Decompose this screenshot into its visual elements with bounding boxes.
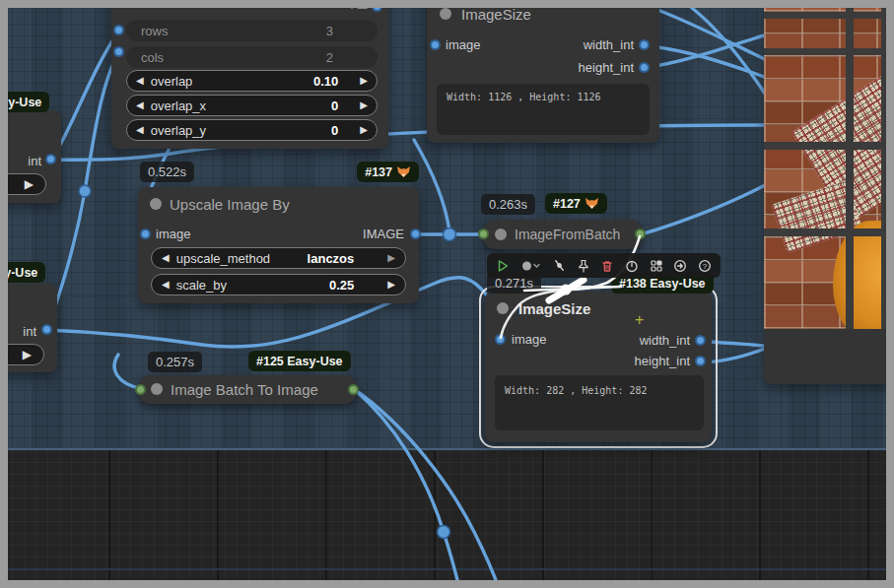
run-icon[interactable] — [492, 255, 514, 276]
node-title: ImageFromBatch — [515, 227, 620, 243]
widget-scale-by[interactable]: ◀ scale_by 0.25 ▶ — [151, 274, 406, 295]
decrement-icon[interactable]: ◀ — [162, 280, 170, 290]
node-image-preview[interactable] — [764, 2, 894, 384]
decrement-icon[interactable]: ◀ — [136, 100, 144, 110]
node-image-from-batch[interactable]: 0.263s #127 ImageFromBatch — [483, 220, 643, 249]
help-icon[interactable]: ? — [694, 255, 716, 276]
frame-bottom — [0, 580, 894, 588]
exec-time-chip: 0.257s — [148, 352, 202, 372]
output-label: height_int — [525, 60, 634, 76]
node-graph-canvas[interactable]: overlap_y rows 3 cols 2 ◀ overlap 0.10 ▶… — [0, 0, 894, 588]
node-image-batch-to-image[interactable]: 0.257s #125 Easy-Use Image Batch To Imag… — [138, 375, 357, 404]
output-label: IMAGE — [315, 227, 404, 242]
input-label: image — [512, 332, 546, 348]
node-id-badge: #127 — [545, 193, 607, 214]
image-input-port[interactable] — [495, 334, 506, 345]
cols-input-port[interactable] — [113, 46, 124, 57]
tile-separator — [764, 142, 894, 150]
node-title: ImageSize — [518, 300, 590, 317]
reroute-icon[interactable] — [548, 255, 570, 276]
output-label: height_int — [582, 354, 690, 369]
tile-separator — [764, 229, 894, 236]
collapse-dot[interactable] — [495, 229, 507, 240]
width-int-output-port[interactable] — [639, 39, 650, 50]
decrement-icon[interactable]: ◀ — [136, 76, 144, 86]
size-info-text: Width: 1126 , Height: 1126 — [447, 92, 601, 102]
size-info-box — [495, 375, 704, 430]
rows-input-port[interactable] — [113, 25, 124, 35]
frame-left — [0, 0, 8, 588]
tile-separator — [846, 6, 854, 329]
increment-icon[interactable]: ▶ — [360, 125, 368, 135]
collapse-dot[interactable] — [497, 302, 509, 314]
collapse-dot[interactable] — [440, 8, 451, 20]
node-tile-settings[interactable]: overlap_y rows 3 cols 2 ◀ overlap 0.10 ▶… — [111, 0, 388, 149]
decrement-icon[interactable]: ◀ — [136, 125, 144, 135]
delete-icon[interactable] — [596, 255, 618, 276]
increment-icon[interactable]: ▶ — [387, 253, 395, 263]
preview-image — [764, 6, 894, 329]
decrement-icon[interactable]: ◀ — [162, 253, 170, 263]
svg-text:?: ? — [702, 261, 707, 270]
node-toolbar[interactable]: ? — [487, 253, 721, 278]
widget-upscale-method[interactable]: ◀ upscale_method lanczos ▶ — [151, 247, 406, 269]
widget-overlap-x[interactable]: ◀ overlap_x 0 ▶ — [126, 95, 378, 116]
badge-layout-icon[interactable] — [646, 255, 667, 276]
node-left-top-clipped[interactable]: Easy-Use int ▶ — [0, 110, 61, 203]
frame-right — [886, 0, 894, 588]
wire — [114, 355, 140, 388]
increment-icon[interactable]: ▶ — [360, 100, 368, 110]
reroute-dot[interactable] — [444, 229, 456, 241]
node-upscale-image-by[interactable]: 0.522s #137 Upscale Image By image IMAGE… — [138, 187, 419, 303]
collapsed-output-port[interactable] — [348, 384, 359, 395]
image-output-port[interactable] — [410, 229, 421, 239]
output-label: width_int — [582, 333, 690, 349]
node-title: Image Batch To Image — [171, 381, 318, 398]
collapsed-output-port[interactable] — [635, 229, 646, 239]
tile-separator — [764, 48, 894, 55]
wire — [692, 8, 767, 97]
color-swatch-icon[interactable] — [516, 255, 546, 276]
node-imagesize-top[interactable]: ImageSize image width_int height_int Wid… — [427, 0, 659, 143]
exec-time-chip: 0.522s — [140, 162, 194, 182]
increment-icon[interactable]: ▶ — [387, 280, 395, 290]
height-int-output-port[interactable] — [639, 62, 650, 73]
fox-icon — [585, 197, 599, 210]
input-label: image — [156, 227, 190, 242]
pin-icon[interactable] — [573, 255, 594, 276]
timer-icon[interactable] — [621, 255, 643, 276]
reroute-dot[interactable] — [438, 526, 450, 539]
exec-time-chip: 0.263s — [481, 194, 535, 215]
height-int-output-port[interactable] — [695, 356, 706, 366]
node-title: ImageSize — [461, 6, 531, 23]
goto-icon[interactable] — [669, 255, 691, 276]
increment-icon[interactable]: ▶ — [360, 76, 368, 86]
image-input-port[interactable] — [140, 229, 151, 239]
widget-overlap[interactable]: ◀ overlap 0.10 ▶ — [126, 70, 378, 92]
increment-icon[interactable]: ▶ — [25, 178, 34, 190]
wire — [641, 184, 767, 234]
widget-cols[interactable]: cols 2 — [126, 46, 378, 68]
collapsed-input-port[interactable] — [478, 229, 489, 239]
node-imagesize-selected[interactable]: 0.271s #138 Easy-Use ImageSize + image w… — [485, 292, 712, 442]
comfyui-window: overlap_y rows 3 cols 2 ◀ overlap 0.10 ▶… — [0, 0, 894, 588]
wire — [414, 140, 449, 231]
int-output-port[interactable] — [41, 324, 52, 335]
plus-marker: + — [635, 313, 644, 327]
fox-icon — [396, 165, 411, 178]
image-input-port[interactable] — [430, 39, 441, 50]
node-id-badge: #125 Easy-Use — [248, 351, 351, 371]
collapse-dot[interactable] — [150, 198, 162, 210]
widget-rows[interactable]: rows 3 — [126, 20, 378, 41]
reroute-dot[interactable] — [79, 185, 91, 197]
int-output-port[interactable] — [45, 154, 56, 164]
output-label: width_int — [525, 37, 634, 53]
collapsed-input-port[interactable] — [135, 384, 146, 395]
node-left-bottom-clipped[interactable]: Easy-Use int ▶ — [0, 284, 57, 372]
width-int-output-port[interactable] — [695, 335, 706, 346]
tile-separator — [764, 12, 894, 19]
widget-overlap-y[interactable]: ◀ overlap_y 0 ▶ — [126, 119, 378, 141]
collapse-dot[interactable] — [151, 383, 163, 395]
increment-icon[interactable]: ▶ — [23, 349, 32, 360]
node-title: Upscale Image By — [170, 196, 290, 213]
